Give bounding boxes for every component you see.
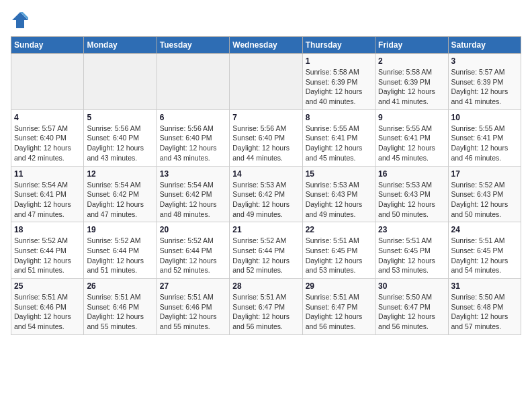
- calendar-cell: 3Sunrise: 5:57 AMSunset: 6:39 PMDaylight…: [448, 54, 521, 110]
- day-detail: Sunrise: 5:50 AMSunset: 6:48 PMDaylight:…: [451, 292, 518, 332]
- calendar-cell: 25Sunrise: 5:51 AMSunset: 6:46 PMDayligh…: [11, 279, 84, 335]
- calendar-cell: 26Sunrise: 5:51 AMSunset: 6:46 PMDayligh…: [84, 279, 157, 335]
- day-detail: Sunrise: 5:56 AMSunset: 6:40 PMDaylight:…: [232, 124, 299, 163]
- day-detail: Sunrise: 5:54 AMSunset: 6:42 PMDaylight:…: [160, 180, 226, 220]
- calendar-cell: 10Sunrise: 5:55 AMSunset: 6:41 PMDayligh…: [448, 109, 521, 166]
- day-detail: Sunrise: 5:53 AMSunset: 6:42 PMDaylight:…: [232, 180, 299, 220]
- calendar-cell: 2Sunrise: 5:58 AMSunset: 6:39 PMDaylight…: [375, 54, 448, 110]
- calendar-cell: 30Sunrise: 5:50 AMSunset: 6:47 PMDayligh…: [375, 279, 448, 335]
- day-number: 3: [451, 56, 518, 66]
- calendar-cell: [11, 54, 84, 110]
- day-detail: Sunrise: 5:55 AMSunset: 6:41 PMDaylight:…: [378, 124, 445, 163]
- calendar-cell: 14Sunrise: 5:53 AMSunset: 6:42 PMDayligh…: [230, 166, 302, 222]
- day-number: 20: [160, 225, 226, 234]
- calendar-cell: 19Sunrise: 5:52 AMSunset: 6:44 PMDayligh…: [84, 222, 157, 279]
- calendar-cell: [230, 54, 302, 110]
- logo: [11, 11, 32, 30]
- calendar-week-row: 4Sunrise: 5:57 AMSunset: 6:40 PMDaylight…: [11, 109, 521, 166]
- calendar-week-row: 11Sunrise: 5:54 AMSunset: 6:41 PMDayligh…: [11, 166, 521, 222]
- svg-marker-0: [12, 12, 28, 28]
- day-detail: Sunrise: 5:51 AMSunset: 6:45 PMDaylight:…: [378, 236, 445, 275]
- day-detail: Sunrise: 5:52 AMSunset: 6:44 PMDaylight:…: [87, 236, 153, 275]
- day-detail: Sunrise: 5:51 AMSunset: 6:47 PMDaylight:…: [232, 292, 299, 332]
- calendar-cell: 7Sunrise: 5:56 AMSunset: 6:40 PMDaylight…: [230, 109, 302, 166]
- calendar-cell: 18Sunrise: 5:52 AMSunset: 6:44 PMDayligh…: [11, 222, 84, 279]
- day-detail: Sunrise: 5:50 AMSunset: 6:47 PMDaylight:…: [378, 292, 445, 332]
- calendar-cell: 11Sunrise: 5:54 AMSunset: 6:41 PMDayligh…: [11, 166, 84, 222]
- calendar-week-row: 1Sunrise: 5:58 AMSunset: 6:39 PMDaylight…: [11, 54, 521, 110]
- day-detail: Sunrise: 5:52 AMSunset: 6:44 PMDaylight:…: [14, 236, 81, 275]
- logo-icon: [11, 11, 30, 30]
- day-detail: Sunrise: 5:51 AMSunset: 6:47 PMDaylight:…: [306, 292, 372, 332]
- calendar-cell: 5Sunrise: 5:56 AMSunset: 6:40 PMDaylight…: [84, 109, 157, 166]
- day-detail: Sunrise: 5:52 AMSunset: 6:44 PMDaylight:…: [160, 236, 226, 275]
- day-detail: Sunrise: 5:54 AMSunset: 6:41 PMDaylight:…: [14, 180, 81, 220]
- day-number: 8: [306, 113, 372, 122]
- weekday-header-thursday: Thursday: [302, 37, 375, 54]
- day-number: 13: [160, 169, 226, 179]
- calendar-cell: 27Sunrise: 5:51 AMSunset: 6:46 PMDayligh…: [157, 279, 229, 335]
- day-number: 4: [14, 113, 81, 122]
- day-detail: Sunrise: 5:56 AMSunset: 6:40 PMDaylight:…: [87, 124, 153, 163]
- day-detail: Sunrise: 5:58 AMSunset: 6:39 PMDaylight:…: [306, 67, 372, 107]
- calendar-cell: [84, 54, 157, 110]
- day-number: 21: [232, 225, 299, 234]
- day-detail: Sunrise: 5:51 AMSunset: 6:46 PMDaylight:…: [160, 292, 226, 332]
- day-number: 15: [306, 169, 372, 179]
- day-number: 1: [306, 56, 372, 66]
- weekday-header-friday: Friday: [375, 37, 448, 54]
- calendar-week-row: 25Sunrise: 5:51 AMSunset: 6:46 PMDayligh…: [11, 279, 521, 335]
- calendar-cell: 31Sunrise: 5:50 AMSunset: 6:48 PMDayligh…: [448, 279, 521, 335]
- day-number: 23: [378, 225, 445, 234]
- day-detail: Sunrise: 5:53 AMSunset: 6:43 PMDaylight:…: [306, 180, 372, 220]
- day-number: 28: [232, 281, 299, 291]
- day-detail: Sunrise: 5:51 AMSunset: 6:45 PMDaylight:…: [451, 236, 518, 275]
- weekday-header-tuesday: Tuesday: [157, 37, 229, 54]
- day-number: 18: [14, 225, 81, 234]
- calendar-cell: 9Sunrise: 5:55 AMSunset: 6:41 PMDaylight…: [375, 109, 448, 166]
- calendar-cell: 15Sunrise: 5:53 AMSunset: 6:43 PMDayligh…: [302, 166, 375, 222]
- day-detail: Sunrise: 5:56 AMSunset: 6:40 PMDaylight:…: [160, 124, 226, 163]
- weekday-header-wednesday: Wednesday: [230, 37, 302, 54]
- day-number: 24: [451, 225, 518, 234]
- day-number: 12: [87, 169, 153, 179]
- calendar-cell: 28Sunrise: 5:51 AMSunset: 6:47 PMDayligh…: [230, 279, 302, 335]
- day-number: 26: [87, 281, 153, 291]
- day-detail: Sunrise: 5:57 AMSunset: 6:39 PMDaylight:…: [451, 67, 518, 107]
- day-number: 9: [378, 113, 445, 122]
- day-detail: Sunrise: 5:53 AMSunset: 6:43 PMDaylight:…: [378, 180, 445, 220]
- calendar-cell: 6Sunrise: 5:56 AMSunset: 6:40 PMDaylight…: [157, 109, 229, 166]
- weekday-header-sunday: Sunday: [11, 37, 84, 54]
- day-detail: Sunrise: 5:55 AMSunset: 6:41 PMDaylight:…: [306, 124, 372, 163]
- day-number: 6: [160, 113, 226, 122]
- weekday-header-saturday: Saturday: [448, 37, 521, 54]
- header: [11, 11, 521, 30]
- day-number: 10: [451, 113, 518, 122]
- day-number: 27: [160, 281, 226, 291]
- day-number: 17: [451, 169, 518, 179]
- day-number: 5: [87, 113, 153, 122]
- day-detail: Sunrise: 5:51 AMSunset: 6:46 PMDaylight:…: [87, 292, 153, 332]
- day-detail: Sunrise: 5:57 AMSunset: 6:40 PMDaylight:…: [14, 124, 81, 163]
- day-number: 22: [306, 225, 372, 234]
- calendar-cell: 12Sunrise: 5:54 AMSunset: 6:42 PMDayligh…: [84, 166, 157, 222]
- calendar-cell: 16Sunrise: 5:53 AMSunset: 6:43 PMDayligh…: [375, 166, 448, 222]
- day-number: 7: [232, 113, 299, 122]
- calendar-table: SundayMondayTuesdayWednesdayThursdayFrid…: [11, 36, 521, 335]
- calendar-cell: 20Sunrise: 5:52 AMSunset: 6:44 PMDayligh…: [157, 222, 229, 279]
- calendar-cell: 24Sunrise: 5:51 AMSunset: 6:45 PMDayligh…: [448, 222, 521, 279]
- day-detail: Sunrise: 5:52 AMSunset: 6:44 PMDaylight:…: [232, 236, 299, 275]
- calendar-week-row: 18Sunrise: 5:52 AMSunset: 6:44 PMDayligh…: [11, 222, 521, 279]
- day-number: 14: [232, 169, 299, 179]
- day-number: 11: [14, 169, 81, 179]
- calendar-cell: 4Sunrise: 5:57 AMSunset: 6:40 PMDaylight…: [11, 109, 84, 166]
- calendar-cell: 1Sunrise: 5:58 AMSunset: 6:39 PMDaylight…: [302, 54, 375, 110]
- day-detail: Sunrise: 5:52 AMSunset: 6:43 PMDaylight:…: [451, 180, 518, 220]
- calendar-cell: 29Sunrise: 5:51 AMSunset: 6:47 PMDayligh…: [302, 279, 375, 335]
- day-number: 31: [451, 281, 518, 291]
- calendar-header-row: SundayMondayTuesdayWednesdayThursdayFrid…: [11, 37, 521, 54]
- day-detail: Sunrise: 5:55 AMSunset: 6:41 PMDaylight:…: [451, 124, 518, 163]
- calendar-cell: 21Sunrise: 5:52 AMSunset: 6:44 PMDayligh…: [230, 222, 302, 279]
- day-number: 19: [87, 225, 153, 234]
- day-number: 29: [306, 281, 372, 291]
